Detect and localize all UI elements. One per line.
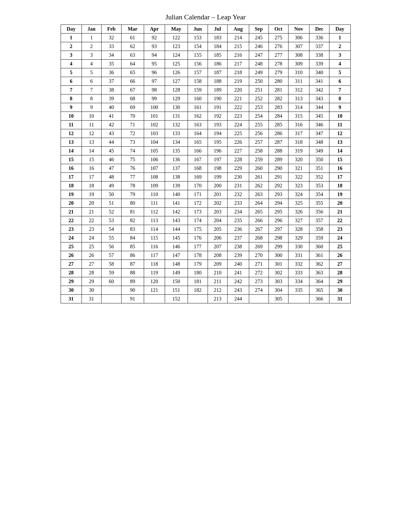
table-cell: 220 (227, 86, 249, 94)
table-cell: 10 (82, 112, 101, 121)
table-cell: 5 (82, 68, 101, 77)
day-number: 30 (329, 286, 350, 295)
table-cell: 232 (227, 190, 249, 199)
table-cell: 71 (122, 121, 144, 129)
table-cell: 175 (188, 225, 208, 234)
table-cell: 165 (188, 138, 208, 147)
table-cell: 119 (144, 269, 165, 277)
table-cell: 12 (82, 129, 101, 138)
table-cell: 28 (82, 269, 101, 277)
col-header-may: May (165, 25, 188, 34)
table-cell: 219 (227, 77, 249, 86)
day-number: 18 (329, 182, 350, 190)
page-title: Julian Calendar – Leap Year (61, 13, 351, 21)
day-number: 14 (329, 147, 350, 155)
table-cell: 312 (288, 86, 309, 94)
table-cell: 77 (122, 173, 144, 182)
table-cell: 257 (249, 138, 269, 147)
table-cell: 328 (288, 225, 309, 234)
table-cell: 22 (82, 216, 101, 225)
table-cell: 145 (165, 234, 188, 242)
table-cell: 206 (208, 234, 227, 242)
table-cell: 154 (188, 42, 208, 51)
table-cell (101, 286, 121, 295)
day-number: 12 (329, 129, 350, 138)
table-cell: 3 (82, 51, 101, 60)
table-cell: 215 (227, 42, 249, 51)
table-cell: 176 (188, 234, 208, 242)
table-cell: 18 (82, 182, 101, 190)
table-cell: 309 (288, 60, 309, 68)
table-cell: 103 (144, 129, 165, 138)
table-cell: 313 (288, 94, 309, 103)
col-header-jan: Jan (82, 25, 101, 34)
day-number: 27 (61, 260, 82, 269)
day-number: 19 (61, 190, 82, 199)
day-number: 5 (329, 68, 350, 77)
table-cell: 341 (309, 77, 329, 86)
table-cell: 187 (208, 68, 227, 77)
day-number: 25 (61, 242, 82, 251)
table-cell: 248 (249, 60, 269, 68)
table-cell: 365 (309, 286, 329, 295)
table-cell: 8 (82, 94, 101, 103)
table-cell: 137 (165, 164, 188, 173)
table-cell: 359 (309, 234, 329, 242)
table-cell: 196 (208, 147, 227, 155)
table-cell: 79 (122, 190, 144, 199)
table-cell: 161 (188, 103, 208, 112)
table-cell: 273 (249, 277, 269, 286)
table-cell: 185 (208, 51, 227, 60)
table-cell: 105 (144, 147, 165, 155)
table-cell: 259 (249, 155, 269, 164)
table-cell: 34 (101, 51, 121, 60)
table-cell: 168 (188, 164, 208, 173)
table-cell: 114 (144, 225, 165, 234)
day-number: 10 (61, 112, 82, 121)
table-cell: 281 (269, 86, 288, 94)
table-cell: 49 (101, 182, 121, 190)
table-cell: 355 (309, 199, 329, 208)
table-cell: 21 (82, 208, 101, 216)
day-number: 21 (329, 208, 350, 216)
table-cell: 193 (208, 121, 227, 129)
table-cell: 151 (165, 286, 188, 295)
table-cell: 16 (82, 164, 101, 173)
table-cell: 144 (165, 225, 188, 234)
table-cell: 134 (165, 138, 188, 147)
table-cell: 322 (288, 173, 309, 182)
day-number: 15 (329, 155, 350, 164)
table-cell: 142 (165, 208, 188, 216)
table-cell: 91 (122, 295, 144, 303)
table-cell: 33 (101, 42, 121, 51)
table-cell: 56 (101, 242, 121, 251)
table-cell: 319 (288, 147, 309, 155)
table-cell: 132 (165, 121, 188, 129)
day-number: 8 (329, 94, 350, 103)
table-cell: 2 (82, 42, 101, 51)
table-cell: 69 (122, 103, 144, 112)
table-cell: 354 (309, 190, 329, 199)
table-cell: 270 (249, 251, 269, 260)
day-number: 18 (61, 182, 82, 190)
table-cell: 323 (288, 182, 309, 190)
table-cell: 353 (309, 182, 329, 190)
table-cell: 149 (165, 269, 188, 277)
table-cell: 366 (309, 295, 329, 303)
table-cell: 116 (144, 242, 165, 251)
table-cell: 133 (165, 129, 188, 138)
table-cell: 292 (269, 182, 288, 190)
table-row: 2020518011114117220223326429432535520 (61, 199, 350, 208)
table-cell: 42 (101, 121, 121, 129)
table-cell: 65 (122, 68, 144, 77)
table-cell: 348 (309, 138, 329, 147)
table-cell: 278 (269, 60, 288, 68)
table-cell: 336 (309, 34, 329, 42)
table-cell: 280 (269, 77, 288, 86)
table-cell: 364 (309, 277, 329, 286)
table-cell: 38 (101, 86, 121, 94)
day-number: 29 (329, 277, 350, 286)
table-cell: 269 (249, 242, 269, 251)
table-cell: 287 (269, 138, 288, 147)
table-cell: 345 (309, 112, 329, 121)
